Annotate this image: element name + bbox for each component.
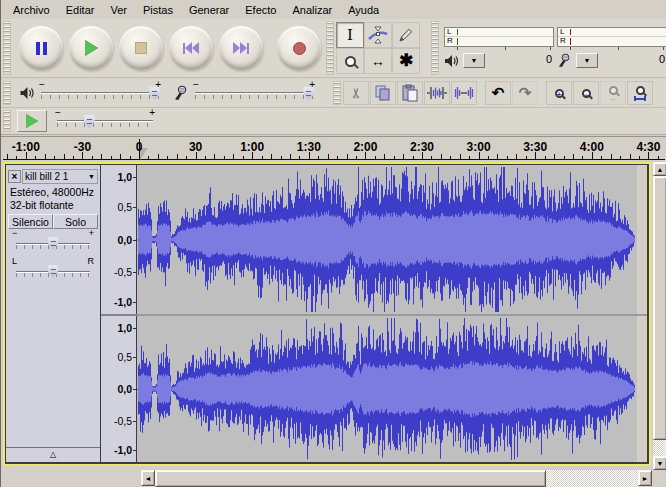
play-button[interactable]	[69, 26, 113, 70]
toolbar-grip[interactable]	[3, 81, 11, 105]
ruler-tick	[177, 154, 178, 159]
redo-button[interactable]: ↷	[512, 81, 538, 105]
vertical-scrollbar-track[interactable]	[653, 440, 666, 456]
scrollbar-spacer	[1, 470, 141, 487]
menu-generar[interactable]: Generar	[181, 2, 237, 18]
ruler-tick	[620, 156, 621, 159]
trim-button[interactable]	[424, 81, 450, 105]
pause-button[interactable]	[19, 26, 63, 70]
ruler-tick	[630, 154, 631, 159]
ruler-tick	[488, 156, 489, 159]
recording-meter[interactable]: L R ▼ 0	[557, 27, 666, 70]
selection-tool-button[interactable]: I	[336, 22, 364, 48]
playback-meter-dropdown[interactable]: ▼	[463, 53, 485, 68]
vertical-ruler-right[interactable]: 1,00,50,0-0,5-1,0	[101, 316, 137, 462]
ruler-tick	[460, 154, 461, 159]
mute-button[interactable]: Silencio	[8, 214, 53, 229]
record-button[interactable]	[277, 26, 321, 70]
ruler-label: 0	[136, 140, 143, 154]
toolbar-grip[interactable]	[326, 21, 334, 75]
close-track-button[interactable]: ×	[8, 170, 21, 183]
waveform-channel-left[interactable]	[137, 165, 647, 314]
ruler-tick	[92, 156, 93, 159]
play-at-speed-button[interactable]	[17, 110, 47, 132]
timeshift-tool-button[interactable]: ↔	[364, 48, 392, 74]
draw-tool-button[interactable]	[392, 22, 420, 48]
fit-selection-icon: ↔	[609, 86, 618, 101]
ruler-label: 4:00	[580, 140, 604, 154]
vertical-scrollbar[interactable]: ▲ ▼	[653, 162, 666, 470]
ruler-tick	[469, 156, 470, 159]
horizontal-scrollbar-track[interactable]	[546, 470, 638, 487]
menu-analizar[interactable]: Analizar	[284, 2, 340, 18]
recording-meter-dropdown[interactable]: ▼	[576, 53, 598, 68]
paste-button[interactable]	[397, 81, 423, 105]
ruler-label: 30	[189, 140, 202, 154]
skip-end-button[interactable]	[219, 26, 263, 70]
track-title-menu[interactable]: kill bill 2 1 ▼	[22, 169, 98, 184]
minus-label: −	[12, 228, 17, 238]
vruler-label: 1,0	[117, 171, 132, 183]
output-volume-slider[interactable]: − +	[41, 85, 159, 101]
playback-speed-slider[interactable]: − +	[57, 113, 153, 129]
vertical-ruler-left[interactable]: 1,00,50,0-0,5-1,0	[101, 165, 137, 314]
zoom-out-button[interactable]: −	[573, 81, 599, 105]
edit-toolbar: ✂	[331, 79, 666, 107]
stop-button[interactable]	[119, 26, 163, 70]
pan-slider[interactable]: L R	[16, 265, 90, 279]
vruler-label: 1,0	[117, 322, 132, 334]
speaker-icon	[444, 54, 459, 68]
scroll-down-button[interactable]: ▼	[653, 456, 666, 470]
multi-tool-button[interactable]: ✱	[392, 48, 420, 74]
meter-right-label: R	[558, 37, 568, 45]
menu-pistas[interactable]: Pistas	[135, 2, 181, 18]
zoom-tool-button[interactable]	[336, 48, 364, 74]
ruler-tick	[384, 154, 385, 159]
timeline-ruler[interactable]: -1:00-300301:001:302:002:303:003:304:004…	[1, 136, 666, 162]
cut-button[interactable]: ✂	[343, 81, 369, 105]
zoom-in-button[interactable]: +	[546, 81, 572, 105]
ruler-tick	[347, 154, 348, 159]
toolbar-grip[interactable]	[3, 110, 11, 132]
vruler-label: 0,5	[117, 351, 132, 363]
toolbar-grip[interactable]	[333, 81, 341, 105]
horizontal-scrollbar-thumb[interactable]	[155, 470, 546, 487]
ruler-tick	[73, 156, 74, 159]
undo-button[interactable]: ↶	[485, 81, 511, 105]
track-bitdepth-info: 32-bit flotante	[6, 198, 100, 211]
copy-button[interactable]	[370, 81, 396, 105]
toolbar-grip[interactable]	[3, 21, 11, 75]
scroll-left-button[interactable]: ◄	[141, 470, 155, 486]
ruler-tick	[403, 154, 404, 159]
menu-ver[interactable]: Ver	[102, 2, 135, 18]
ruler-tick	[262, 156, 263, 159]
gain-slider[interactable]: − +	[16, 237, 90, 251]
toolbar-grip[interactable]	[431, 21, 439, 75]
collapse-track-button[interactable]: △	[6, 447, 100, 462]
ruler-tick	[328, 154, 329, 159]
vertical-scrollbar-thumb[interactable]	[653, 176, 666, 440]
ruler-tick	[375, 156, 376, 159]
scroll-right-button[interactable]: ►	[638, 470, 652, 486]
waveform-channel-right[interactable]	[137, 316, 647, 462]
menu-ayuda[interactable]: Ayuda	[340, 2, 387, 18]
fit-selection-button[interactable]: ↔	[600, 81, 626, 105]
ruler-tick	[337, 156, 338, 159]
solo-button[interactable]: Solo	[53, 214, 98, 229]
playback-meter[interactable]: L R ▼ 0	[444, 27, 554, 70]
input-volume-slider[interactable]: − +	[195, 85, 313, 101]
skip-start-button[interactable]	[169, 26, 213, 70]
scroll-up-button[interactable]: ▲	[653, 162, 666, 176]
horizontal-scrollbar[interactable]: ◄ ►	[1, 470, 666, 487]
ruler-tick	[214, 154, 215, 159]
menu-editar[interactable]: Editar	[58, 2, 103, 18]
audacity-window: ArchivoEditarVerPistasGenerarEfectoAnali…	[0, 0, 666, 487]
fit-project-button[interactable]	[627, 81, 653, 105]
fit-project-icon	[634, 86, 646, 101]
mixer-toolbar: − + − +	[1, 79, 331, 107]
menu-efecto[interactable]: Efecto	[237, 2, 284, 18]
menu-archivo[interactable]: Archivo	[5, 2, 58, 18]
envelope-tool-button[interactable]	[364, 22, 392, 48]
silence-button[interactable]	[451, 81, 477, 105]
minus-label: −	[55, 107, 61, 118]
